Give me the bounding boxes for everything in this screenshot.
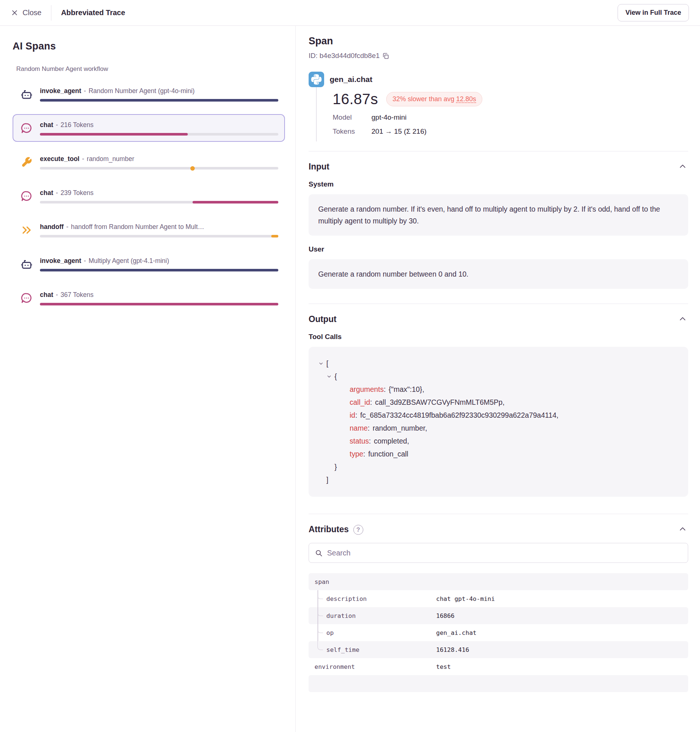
span-detail-heading: Span bbox=[309, 35, 688, 47]
span-label: chat-216 Tokens bbox=[40, 120, 278, 129]
span-label: chat-367 Tokens bbox=[40, 290, 278, 299]
attributes-search bbox=[309, 543, 688, 563]
span-duration-bar bbox=[40, 269, 278, 271]
model-value: gpt-4o-mini bbox=[371, 113, 407, 122]
search-input[interactable] bbox=[327, 549, 682, 557]
span-row-invoke-agent-2[interactable]: invoke_agent-Multiply Agent (gpt-4.1-min… bbox=[13, 250, 285, 278]
attr-row-op: op gen_ai.chat bbox=[309, 624, 688, 641]
span-label: invoke_agent-Random Number Agent (gpt-4o… bbox=[40, 87, 278, 95]
tree-branch-icon bbox=[315, 590, 326, 607]
tokens-label: Tokens bbox=[332, 128, 371, 135]
handoff-icon bbox=[19, 224, 34, 236]
search-icon bbox=[315, 549, 323, 557]
ai-spans-heading: AI Spans bbox=[13, 41, 285, 52]
tree-branch-icon bbox=[315, 607, 326, 624]
chevron-down-icon[interactable] bbox=[318, 361, 326, 366]
system-prompt-text: Generate a random number. If it's even, … bbox=[309, 194, 688, 236]
span-row-handoff[interactable]: handoff-handoff from Random Number Agent… bbox=[13, 216, 285, 244]
attr-row-partial bbox=[309, 675, 688, 692]
system-label: System bbox=[309, 180, 688, 188]
span-list: invoke_agent-Random Number Agent (gpt-4o… bbox=[13, 80, 285, 312]
slower-than-avg-badge: 32% slower than avg 12.80s bbox=[386, 92, 482, 106]
json-field: status:completed, bbox=[318, 435, 679, 447]
json-object-close: } bbox=[318, 461, 679, 474]
span-duration-bar bbox=[40, 201, 278, 204]
attr-row-environment: environment test bbox=[309, 658, 688, 675]
chevron-up-icon bbox=[679, 525, 687, 533]
span-op-name: gen_ai.chat bbox=[330, 75, 372, 84]
span-label: execute_tool-random_number bbox=[40, 154, 278, 163]
span-duration: 16.87s bbox=[332, 91, 378, 107]
span-row-chat-367[interactable]: chat-367 Tokens bbox=[13, 284, 285, 312]
wrench-icon bbox=[19, 157, 34, 168]
collapse-input-button[interactable] bbox=[677, 161, 688, 172]
json-field: name:random_number, bbox=[318, 422, 679, 435]
section-divider bbox=[309, 151, 688, 151]
close-label: Close bbox=[22, 9, 41, 17]
user-prompt-text: Generate a random number between 0 and 1… bbox=[309, 259, 688, 289]
close-icon bbox=[11, 9, 18, 16]
chevron-up-icon bbox=[679, 163, 687, 171]
section-divider bbox=[309, 514, 688, 514]
ai-spans-panel: AI Spans Random Number Agent workflow in… bbox=[0, 26, 296, 732]
workflow-label: Random Number Agent workflow bbox=[13, 65, 285, 73]
python-icon bbox=[309, 72, 324, 87]
json-array-open: [ bbox=[318, 357, 679, 370]
json-field: call_id:call_3d9ZBSAW7CGVyFNmMLT6M5Pp, bbox=[318, 396, 679, 409]
robot-icon bbox=[19, 257, 34, 271]
span-row-chat-216[interactable]: chat-216 Tokens bbox=[13, 114, 285, 142]
chevron-up-icon bbox=[679, 315, 687, 323]
help-icon[interactable]: ? bbox=[353, 525, 363, 535]
page-title: Abbreviated Trace bbox=[61, 9, 125, 17]
span-row-invoke-agent-1[interactable]: invoke_agent-Random Number Agent (gpt-4o… bbox=[13, 80, 285, 108]
span-id: ID: b4e3d44d0fcdb8e1 bbox=[309, 52, 379, 60]
attr-row-description: description chat gpt-4o-mini bbox=[309, 590, 688, 607]
attr-row-span-group: span bbox=[309, 573, 688, 590]
input-section-title: Input bbox=[309, 162, 329, 172]
span-detail-panel: Span ID: b4e3d44d0fcdb8e1 gen_ai.chat 16… bbox=[296, 26, 700, 732]
json-field: arguments:{"max":10}, bbox=[318, 383, 679, 396]
collapse-attributes-button[interactable] bbox=[677, 524, 688, 535]
tool-calls-json: [ { arguments:{"max":10}, call_id:call_3… bbox=[309, 347, 688, 497]
view-in-full-trace-button[interactable]: View in Full Trace bbox=[618, 4, 689, 21]
span-row-chat-239[interactable]: chat-239 Tokens bbox=[13, 182, 285, 210]
span-duration-bar bbox=[40, 133, 278, 135]
json-field: id:fc_685a73324cc4819fbab6a62f92330c9302… bbox=[318, 409, 679, 422]
tool-calls-label: Tool Calls bbox=[309, 333, 688, 341]
section-divider bbox=[309, 304, 688, 304]
close-button[interactable]: Close bbox=[11, 9, 41, 17]
copy-icon[interactable] bbox=[382, 52, 390, 60]
top-bar: Close Abbreviated Trace View in Full Tra… bbox=[0, 0, 700, 26]
span-summary: 16.87s 32% slower than avg 12.80s Model … bbox=[316, 87, 688, 141]
json-array-close: ] bbox=[318, 474, 679, 486]
chat-bubble-icon bbox=[19, 292, 34, 304]
span-duration-bar bbox=[40, 99, 278, 101]
chevron-down-icon[interactable] bbox=[326, 374, 334, 379]
span-duration-bar bbox=[40, 167, 278, 170]
model-label: Model bbox=[332, 113, 371, 122]
attr-row-duration: duration 16866 bbox=[309, 607, 688, 624]
tokens-value: 201 → 15 (Σ 216) bbox=[371, 128, 426, 135]
span-duration-bar bbox=[40, 303, 278, 305]
span-label: handoff-handoff from Random Number Agent… bbox=[40, 222, 278, 231]
span-label: invoke_agent-Multiply Agent (gpt-4.1-min… bbox=[40, 256, 278, 265]
attributes-table: span description chat gpt-4o-mini durati… bbox=[309, 573, 688, 692]
span-duration-bar bbox=[40, 235, 278, 238]
json-object-open: { bbox=[318, 370, 679, 383]
attr-row-self-time: self_time 16128.416 bbox=[309, 641, 688, 658]
attributes-section-title: Attributes bbox=[309, 524, 349, 534]
output-section-title: Output bbox=[309, 314, 336, 324]
tree-branch-icon bbox=[315, 624, 326, 641]
span-label: chat-239 Tokens bbox=[40, 188, 278, 197]
chat-bubble-icon bbox=[19, 190, 34, 202]
tree-branch-end-icon bbox=[315, 641, 326, 658]
user-label: User bbox=[309, 245, 688, 253]
chat-bubble-icon bbox=[19, 122, 34, 135]
collapse-output-button[interactable] bbox=[677, 314, 688, 325]
span-row-execute-tool[interactable]: execute_tool-random_number bbox=[13, 148, 285, 176]
robot-icon bbox=[19, 88, 34, 101]
json-field: type:function_call bbox=[318, 447, 679, 461]
topbar-divider bbox=[51, 5, 51, 21]
avg-duration-link[interactable]: 12.80s bbox=[456, 95, 476, 103]
